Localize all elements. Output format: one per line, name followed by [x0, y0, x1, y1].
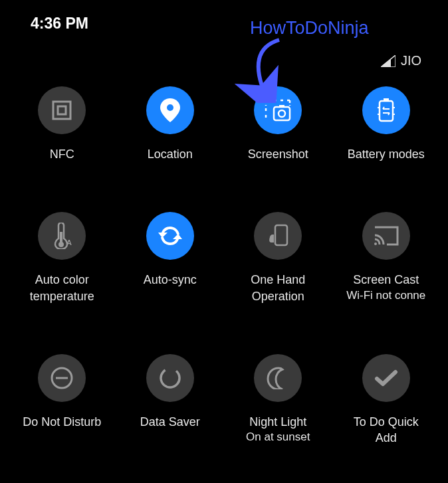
- svg-rect-1: [58, 106, 66, 114]
- dnd-icon: [38, 354, 86, 402]
- quick-settings-grid: NFC Location Screenshot Batter: [0, 86, 448, 446]
- svg-rect-0: [53, 102, 70, 119]
- tile-sublabel: On at sunset: [246, 430, 310, 445]
- tile-label: Screenshot: [247, 146, 310, 162]
- tile-label: Screen Cast: [352, 272, 420, 288]
- cast-icon: [362, 212, 410, 260]
- tile-label: NFC: [49, 146, 76, 162]
- svg-point-15: [158, 366, 182, 390]
- annotation-arrow: [213, 37, 286, 103]
- tile-label: Auto color temperature: [29, 272, 96, 304]
- svg-point-4: [279, 110, 285, 117]
- nfc-icon: [38, 86, 86, 134]
- tile-label: Auto-sync: [142, 272, 198, 288]
- tile-battery-modes[interactable]: Battery modes: [332, 86, 441, 162]
- tile-label: One Hand Operation: [249, 272, 306, 304]
- sync-icon: [146, 212, 194, 260]
- status-time: 4:36 PM: [31, 15, 88, 33]
- tile-to-do-quick-add[interactable]: To Do Quick Add: [332, 354, 441, 446]
- tile-label: Night Light: [248, 414, 308, 430]
- tile-data-saver[interactable]: Data Saver: [116, 354, 225, 446]
- location-icon: [146, 86, 194, 134]
- svg-point-12: [374, 242, 377, 245]
- tile-label: Location: [146, 146, 194, 162]
- carrier-label: JIO: [401, 53, 421, 68]
- tile-sublabel: Wi-Fi not conne: [346, 288, 425, 304]
- svg-rect-9: [60, 232, 62, 244]
- thermometer-icon: A: [38, 212, 86, 260]
- signal-row: JIO: [381, 53, 421, 68]
- svg-text:A: A: [66, 239, 72, 246]
- tile-do-not-disturb[interactable]: Do Not Disturb: [8, 354, 116, 446]
- svg-point-2: [167, 104, 173, 111]
- tile-one-hand-operation[interactable]: One Hand Operation: [224, 212, 332, 304]
- tile-nfc[interactable]: NFC: [8, 86, 116, 162]
- tile-screen-cast[interactable]: Screen Cast Wi-Fi not conne: [332, 212, 441, 304]
- data-saver-icon: [146, 354, 194, 402]
- svg-rect-5: [279, 105, 284, 108]
- tile-label: Data Saver: [139, 414, 201, 430]
- tile-label: Battery modes: [346, 146, 426, 162]
- svg-rect-11: [275, 225, 287, 245]
- tile-night-light[interactable]: Night Light On at sunset: [224, 354, 332, 446]
- battery-icon: [362, 86, 410, 134]
- tile-label: Do Not Disturb: [21, 414, 102, 430]
- tile-auto-sync[interactable]: Auto-sync: [116, 212, 225, 304]
- one-hand-icon: [254, 212, 302, 260]
- svg-rect-3: [274, 107, 290, 120]
- annotation-text: HowToDoNinja: [250, 18, 369, 39]
- signal-icon: [381, 55, 395, 67]
- tile-label: To Do Quick Add: [352, 414, 420, 446]
- todo-icon: [362, 354, 410, 402]
- tile-auto-color-temperature[interactable]: A Auto color temperature: [8, 212, 116, 304]
- svg-rect-7: [380, 101, 393, 121]
- night-light-icon: [254, 354, 302, 402]
- tile-location[interactable]: Location: [116, 86, 225, 162]
